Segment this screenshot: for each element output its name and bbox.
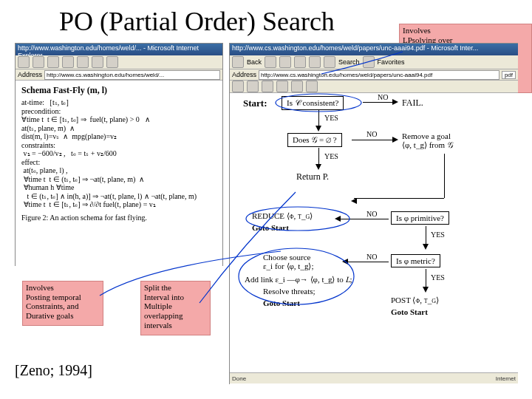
pdf-badge: pdf (502, 71, 516, 79)
arrow-icon (316, 126, 321, 132)
flow-no: NO (366, 130, 377, 138)
slide-title: PO (Partial Order) Search (59, 6, 335, 37)
status-bar: Done Internet (230, 372, 518, 383)
refresh-icon[interactable] (62, 56, 74, 68)
flow-q-primitive: Is φ primitive? (391, 211, 449, 225)
window-titlebar: http://www.cs.washington.edu/homes/weld/… (230, 44, 518, 55)
forward-icon[interactable] (33, 56, 44, 68)
pdf-toolbar[interactable] (230, 81, 518, 93)
schema-line: at-time: [tₛ, tₑ] (21, 98, 216, 107)
flow-edge (426, 269, 426, 287)
flow-q-consistent: Is 𝒞 consistent? (282, 96, 344, 110)
schema-line: v₁ = −600/v₂ , tₑ = tₛ + v₂/600 (21, 149, 216, 158)
address-label: Address (232, 71, 256, 78)
arrow-icon (316, 164, 321, 170)
schema-line: ∀time t t ∈ [tₛ, tₑ] ⇒ ∂/∂t fuel(t, plan… (21, 200, 216, 209)
flow-no: NO (366, 253, 377, 261)
schema-line: constraints: (21, 141, 216, 150)
schema-line: t ∈ (tₛ, tₑ] ∧ in(h, a)] ⇒ ¬at(t, plane,… (21, 192, 216, 201)
schema-heading: Schema Fast-Fly (m, l) (21, 85, 216, 96)
search-icon[interactable] (324, 56, 335, 68)
forward-icon[interactable] (265, 56, 276, 68)
address-bar: Address (16, 69, 222, 81)
favorites-icon[interactable] (106, 56, 118, 68)
search-label: Search (338, 58, 360, 66)
flow-edge (348, 262, 389, 262)
flow-no: NO (378, 93, 388, 101)
stop-icon[interactable] (279, 56, 291, 68)
flow-yes: YES (324, 152, 338, 160)
hand-icon[interactable] (276, 81, 288, 92)
favorites-icon[interactable] (363, 56, 375, 68)
browser-window-right: http://www.cs.washington.edu/homes/weld/… (229, 43, 518, 384)
address-input[interactable] (44, 70, 220, 80)
select-icon[interactable] (291, 81, 303, 92)
favorites-label: Favorites (378, 58, 405, 66)
flow-edge (352, 140, 392, 140)
figure-caption: Figure 2: An action schema for fast flyi… (21, 214, 216, 222)
citation: [Zeno; 1994] (15, 362, 92, 379)
schema-line: dist(m, l)=vₛ ∧ mpg(plane)=v₂ (21, 132, 216, 141)
flow-resolve-threats: Resolve threats; (263, 287, 316, 296)
arrow-icon (351, 198, 357, 204)
page-icon[interactable] (306, 81, 318, 92)
print-icon[interactable] (247, 81, 259, 92)
flowchart-content: Start: Is 𝒞 consistent? NO FAIL. YES Doe… (230, 93, 518, 396)
flow-q-metric: Is φ metric? (391, 254, 440, 267)
flow-goto-start: Goto Start (252, 223, 289, 232)
browser-toolbar[interactable]: Back Search Favorites (230, 55, 518, 69)
zoom-icon[interactable] (262, 81, 273, 92)
flow-start: Start: (243, 98, 267, 109)
schema-line: at(tₛ, plane, m) ∧ (21, 124, 216, 133)
flow-goto-start2: Goto Start (263, 299, 300, 307)
address-bar: Address pdf (230, 69, 518, 81)
flow-yes: YES (324, 114, 338, 122)
schema-line: ∀time t t ∈ (tₛ, tₑ] ⇒ ¬at(t, plane, m) … (21, 175, 216, 184)
flow-edge (426, 226, 426, 244)
stop-icon[interactable] (47, 56, 59, 68)
schema-line: effect: (21, 158, 216, 167)
arrow-icon (335, 216, 341, 222)
flow-post: POST ⟨φ, t_g⟩ (391, 296, 439, 305)
flow-yes: YES (431, 273, 445, 282)
schema-line: precondition: (21, 107, 216, 116)
schema-line: at(tₑ, plane, l) , (21, 166, 216, 175)
flow-q-goals-empty: Does 𝒢 = ∅ ? (287, 133, 342, 147)
flow-yes: YES (431, 231, 445, 239)
back-icon[interactable] (18, 56, 30, 68)
refresh-icon[interactable] (294, 56, 306, 68)
callout-split: Split the Interval into Multiple overlap… (140, 281, 211, 335)
save-icon[interactable] (232, 81, 244, 92)
arrow-icon (423, 244, 429, 250)
address-input[interactable] (259, 70, 499, 80)
arrow-icon (342, 259, 348, 265)
schema-line: ∀time t t ∈ [tₛ, tₑ] ⇒ fuel(t, plane) > … (21, 115, 216, 124)
status-left: Done (232, 375, 246, 382)
flow-edge (354, 198, 444, 199)
flow-edge (444, 154, 445, 198)
back-icon[interactable] (232, 56, 244, 68)
callout-temporal: Involves Posting temporal Constraints, a… (22, 281, 103, 326)
status-right: Internet (496, 375, 516, 382)
flow-goto-start3: Goto Start (391, 307, 428, 316)
browser-window-left: http://www.washington.edu/homes/weld/...… (15, 43, 223, 266)
flow-return-p: Return P. (296, 171, 329, 183)
home-icon[interactable] (309, 56, 321, 68)
browser-toolbar[interactable] (16, 55, 222, 69)
flow-remove-goal: Remove a goal ⟨φ, t_g⟩ from 𝒢 (402, 132, 453, 150)
flow-fail: FAIL. (402, 98, 423, 109)
flow-edge (341, 219, 389, 219)
flow-no: NO (366, 210, 377, 218)
arrow-icon (392, 99, 398, 105)
arrow-icon (392, 137, 398, 143)
home-icon[interactable] (77, 56, 89, 68)
flow-choose-source: Choose source ε_i for ⟨φ, t_g⟩; (263, 253, 313, 271)
flow-add-link: Add link ε_i —φ→ ⟨φ, t_g⟩ to 𝐿; (245, 275, 352, 284)
flow-reduce: REDUCE ⟨φ, t_g⟩ (252, 211, 313, 221)
address-label: Address (18, 71, 42, 78)
flow-edge (318, 109, 319, 126)
arrow-icon (423, 287, 429, 293)
flow-edge (318, 148, 319, 164)
search-icon[interactable] (92, 56, 103, 68)
window-titlebar: http://www.washington.edu/homes/weld/...… (16, 44, 222, 55)
